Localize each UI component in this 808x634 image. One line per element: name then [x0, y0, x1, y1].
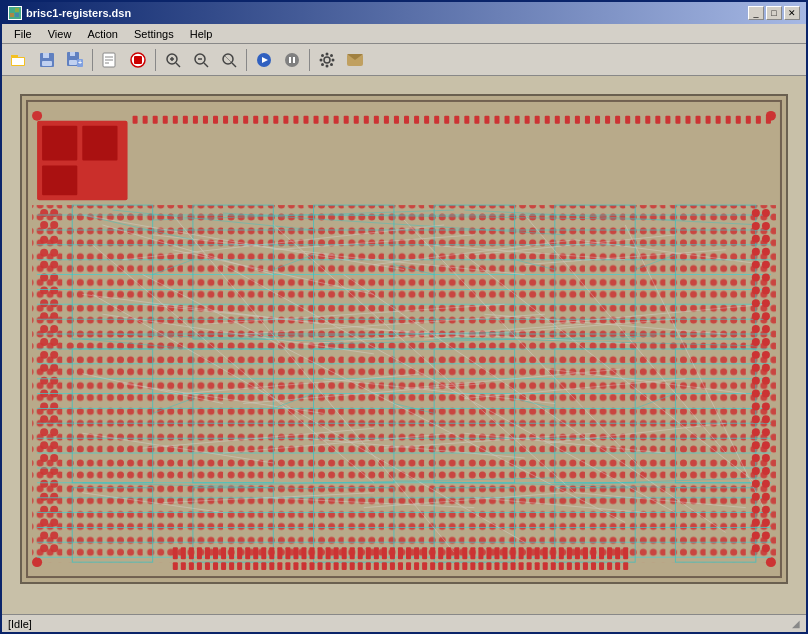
svg-point-444 [752, 351, 760, 359]
menu-action[interactable]: Action [79, 26, 126, 42]
svg-rect-353 [535, 547, 540, 559]
svg-point-445 [762, 351, 770, 359]
svg-rect-92 [484, 116, 489, 124]
svg-rect-395 [414, 562, 419, 570]
svg-rect-376 [261, 562, 266, 570]
svg-rect-322 [285, 547, 290, 559]
svg-point-434 [752, 286, 760, 294]
svg-rect-54 [42, 126, 77, 161]
separator-4 [309, 49, 310, 71]
svg-rect-317 [245, 547, 250, 559]
svg-rect-367 [189, 562, 194, 570]
svg-point-460 [752, 454, 760, 462]
svg-point-33 [285, 53, 299, 67]
svg-rect-348 [494, 547, 499, 559]
svg-point-461 [762, 454, 770, 462]
svg-rect-355 [551, 547, 556, 559]
zoom-out-button[interactable] [188, 48, 214, 72]
save-as-button[interactable]: + [62, 48, 88, 72]
svg-rect-77 [334, 116, 339, 124]
svg-point-468 [752, 506, 760, 514]
svg-rect-309 [181, 547, 186, 559]
zoom-fit-button[interactable] [216, 48, 242, 72]
svg-rect-118 [746, 116, 751, 124]
separator-2 [155, 49, 156, 71]
svg-rect-108 [645, 116, 650, 124]
svg-rect-74 [303, 116, 308, 124]
svg-point-455 [762, 415, 770, 423]
svg-point-36 [324, 57, 330, 63]
svg-rect-408 [519, 562, 524, 570]
svg-rect-109 [655, 116, 660, 124]
svg-rect-331 [358, 547, 363, 559]
svg-rect-313 [213, 547, 218, 559]
maximize-button[interactable]: □ [766, 6, 782, 20]
open-button[interactable] [6, 48, 32, 72]
svg-rect-413 [559, 562, 564, 570]
svg-point-471 [762, 519, 770, 527]
help-button[interactable] [342, 48, 368, 72]
app-icon [8, 6, 22, 20]
svg-rect-117 [736, 116, 741, 124]
svg-point-41 [321, 54, 324, 57]
svg-rect-101 [575, 116, 580, 124]
menu-file[interactable]: File [6, 26, 40, 42]
svg-rect-111 [675, 116, 680, 124]
svg-rect-0 [10, 8, 14, 12]
svg-rect-80 [364, 116, 369, 124]
svg-point-450 [752, 390, 760, 398]
svg-rect-347 [486, 547, 491, 559]
svg-line-30 [225, 56, 231, 62]
svg-rect-344 [462, 547, 467, 559]
svg-point-427 [762, 235, 770, 243]
svg-rect-328 [334, 547, 339, 559]
svg-rect-371 [221, 562, 226, 570]
svg-rect-342 [446, 547, 451, 559]
svg-point-39 [320, 58, 323, 61]
status-bar: [Idle] ◢ [2, 614, 806, 632]
separator-3 [246, 49, 247, 71]
svg-rect-373 [237, 562, 242, 570]
svg-rect-420 [615, 562, 620, 570]
menu-view[interactable]: View [40, 26, 80, 42]
svg-rect-403 [478, 562, 483, 570]
svg-rect-4 [11, 55, 18, 57]
pcb-board [20, 94, 788, 584]
menu-settings[interactable]: Settings [126, 26, 182, 42]
svg-rect-337 [406, 547, 411, 559]
svg-rect-366 [181, 562, 186, 570]
svg-rect-388 [358, 562, 363, 570]
svg-rect-71 [273, 116, 278, 124]
svg-rect-107 [635, 116, 640, 124]
svg-point-442 [752, 338, 760, 346]
canvas-area[interactable] [2, 76, 806, 614]
svg-point-440 [752, 325, 760, 333]
menu-help[interactable]: Help [182, 26, 221, 42]
svg-rect-372 [229, 562, 234, 570]
close-button[interactable]: ✕ [784, 6, 800, 20]
svg-rect-93 [494, 116, 499, 124]
svg-rect-318 [253, 547, 258, 559]
svg-rect-3 [15, 13, 19, 17]
svg-rect-98 [545, 116, 550, 124]
svg-point-446 [752, 364, 760, 372]
svg-rect-363 [615, 547, 620, 559]
minimize-button[interactable]: _ [748, 6, 764, 20]
pause-button[interactable] [279, 48, 305, 72]
play-button[interactable] [251, 48, 277, 72]
svg-rect-319 [261, 547, 266, 559]
save-button[interactable] [34, 48, 60, 72]
svg-point-464 [752, 480, 760, 488]
svg-rect-409 [527, 562, 532, 570]
main-window: brisc1-registers.dsn _ □ ✕ File View Act… [0, 0, 808, 634]
svg-rect-12 [69, 60, 77, 65]
zoom-in-button[interactable] [160, 48, 186, 72]
svg-rect-79 [354, 116, 359, 124]
svg-point-42 [330, 63, 333, 66]
settings-button[interactable] [314, 48, 340, 72]
stop-button[interactable] [125, 48, 151, 72]
svg-rect-63 [193, 116, 198, 124]
new-button[interactable] [97, 48, 123, 72]
svg-rect-334 [382, 547, 387, 559]
svg-rect-314 [221, 547, 226, 559]
